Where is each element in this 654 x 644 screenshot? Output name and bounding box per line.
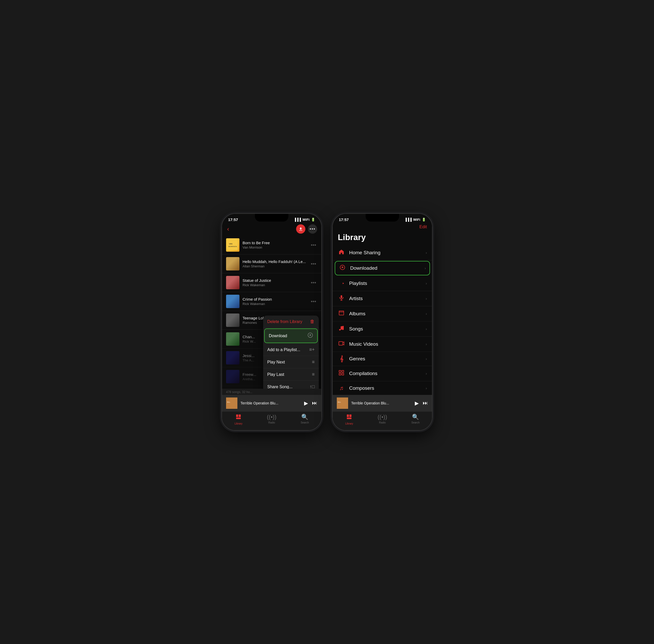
songs-chevron: › [426, 327, 427, 331]
lib-item-playlists[interactable]: Playlists › [333, 276, 432, 291]
video-icon [338, 340, 345, 346]
ctx-download-label: Download [269, 334, 287, 338]
ctx-delete-label: Delete from Library [267, 319, 302, 324]
composers-icon: ♬ [338, 385, 345, 392]
album-art-img-1: VAN MORRISON [228, 240, 238, 250]
lib-item-compilations[interactable]: Compilations › [333, 366, 432, 381]
home-sharing-label: Home Sharing [349, 250, 421, 256]
song-title-4: Crime of Passion [242, 297, 307, 301]
download-circle-icon [340, 264, 346, 271]
download-nav-button[interactable] [296, 224, 305, 234]
status-icons-left: ▐▐▐ WiFi 🔋 [294, 218, 315, 222]
svg-text:MORRISON: MORRISON [228, 246, 237, 247]
ctx-play-next[interactable]: Play Next ≡ [263, 356, 319, 368]
more-nav-button[interactable]: ••• [308, 224, 317, 234]
playlists-label: Playlists [349, 280, 421, 286]
song-title-3: Statue of Justice [242, 278, 307, 282]
home-sharing-icon [338, 249, 345, 257]
lib-item-composers[interactable]: ♬ Composers › [333, 381, 432, 395]
song-item-1[interactable]: VAN MORRISON Born to Be Free Van Morriso… [222, 236, 321, 254]
mini-player-right[interactable]: BILL Terrible Operation Blu... ▶ ⏭ [333, 395, 432, 411]
forward-button-right[interactable]: ⏭ [423, 400, 428, 406]
svg-rect-22 [347, 418, 351, 419]
lib-item-songs[interactable]: Songs › [333, 321, 432, 337]
song-item-2[interactable]: Hello Muddah, Hello Fadduh! (A Le... All… [222, 254, 321, 273]
songs-icon [338, 325, 345, 333]
genres-chevron: › [426, 357, 427, 361]
mini-player-title-left: Terrible Operation Blu... [240, 401, 301, 405]
ctx-play-next-icon: ≡ [312, 359, 314, 365]
song-more-2[interactable]: ••• [310, 260, 317, 268]
right-screen: 17:57 ▐▐▐ WiFi 🔋 Edit Library Home Sh [333, 214, 432, 430]
lib-item-albums[interactable]: Albums › [333, 306, 432, 321]
album-art-2 [226, 257, 239, 271]
ctx-add-playlist[interactable]: Add to a Playlist... ≡+ [263, 344, 319, 356]
song-count-text: 478 songs, 32 ho... [226, 390, 252, 394]
song-more-4[interactable]: ••• [310, 298, 317, 305]
ctx-share[interactable]: Share Song... ↑□ [263, 381, 319, 389]
lib-item-genres[interactable]: 𝄞 Genres › [333, 352, 432, 366]
mic-icon [338, 295, 345, 301]
svg-rect-6 [236, 414, 238, 417]
svg-rect-21 [349, 414, 351, 417]
ctx-play-last[interactable]: Play Last ≡ [263, 368, 319, 381]
tab-search-label-right: Search [412, 421, 420, 424]
svg-rect-20 [347, 414, 349, 417]
notch-right [366, 214, 399, 222]
tab-library-right[interactable]: Library [333, 414, 366, 425]
song-item-3[interactable]: Statue of Justice Rick Wakeman ••• [222, 273, 321, 292]
library-tab-icon-right [346, 414, 352, 421]
svg-text:VAN: VAN [229, 243, 233, 245]
song-more-3[interactable]: ••• [310, 279, 317, 287]
tab-search-right[interactable]: 🔍 Search [399, 414, 432, 425]
mini-player-controls-left: ▶ ⏭ [304, 400, 317, 406]
albums-label: Albums [349, 311, 421, 317]
mini-player-left[interactable]: BILL Terrible Operation Blu... ▶ ⏭ [222, 395, 321, 411]
left-phone: 17:57 ▐▐▐ WiFi 🔋 ‹ ••• [221, 213, 322, 431]
svg-rect-0 [228, 240, 238, 250]
tab-radio-label-right: Radio [379, 421, 386, 424]
lib-item-home-sharing[interactable]: Home Sharing › [333, 245, 432, 260]
time-right: 17:57 [339, 217, 349, 222]
ctx-download[interactable]: Download [264, 328, 318, 343]
mini-player-title-right: Terrible Operation Blu... [351, 401, 412, 405]
back-button[interactable]: ‹ [226, 224, 230, 234]
tab-bar-left: Library ((•)) Radio 🔍 Search [222, 411, 321, 430]
tab-search-label-left: Search [301, 421, 309, 424]
ctx-share-label: Share Song... [267, 385, 293, 389]
tab-library-left[interactable]: Library [222, 414, 255, 425]
artists-label: Artists [349, 296, 421, 301]
song-artist-3: Rick Wakeman [242, 283, 307, 287]
play-button-right[interactable]: ▶ [415, 400, 419, 406]
search-tab-icon-left: 🔍 [301, 414, 308, 420]
play-button-left[interactable]: ▶ [304, 400, 308, 406]
mini-player-info-right: Terrible Operation Blu... [351, 401, 412, 405]
svg-rect-15 [342, 370, 344, 372]
mini-player-controls-right: ▶ ⏭ [415, 400, 428, 406]
song-count-footer: 478 songs, 32 ho... [222, 389, 321, 395]
song-more-1[interactable]: ••• [310, 241, 317, 249]
tab-radio-right[interactable]: ((•)) Radio [366, 414, 399, 425]
library-icon-right [346, 414, 352, 420]
svg-rect-18 [337, 397, 348, 409]
library-tab-icon-left [235, 414, 241, 421]
lib-item-downloaded[interactable]: Downloaded › [335, 261, 430, 275]
svg-rect-13 [339, 342, 343, 345]
download-icon [299, 227, 303, 231]
ctx-delete[interactable]: Delete from Library 🗑 [263, 316, 319, 328]
song-item-4[interactable]: Crime of Passion Rick Wakeman ••• [222, 292, 321, 311]
svg-text:BILL: BILL [227, 401, 230, 403]
library-list: Home Sharing › Downloaded › [333, 245, 432, 395]
composers-chevron: › [426, 386, 427, 390]
forward-button-left[interactable]: ⏭ [312, 400, 317, 406]
ctx-play-last-label: Play Last [267, 372, 284, 377]
context-menu: Delete from Library 🗑 Download Add to [263, 316, 319, 389]
mini-player-art-right: BILL [337, 397, 348, 409]
edit-button[interactable]: Edit [419, 224, 427, 230]
tab-search-left[interactable]: 🔍 Search [288, 414, 321, 425]
lib-item-music-videos[interactable]: Music Videos › [333, 337, 432, 352]
library-icon-left [235, 414, 241, 420]
ctx-share-icon: ↑□ [309, 384, 314, 389]
lib-item-artists[interactable]: Artists › [333, 291, 432, 306]
tab-radio-left[interactable]: ((•)) Radio [255, 414, 288, 425]
